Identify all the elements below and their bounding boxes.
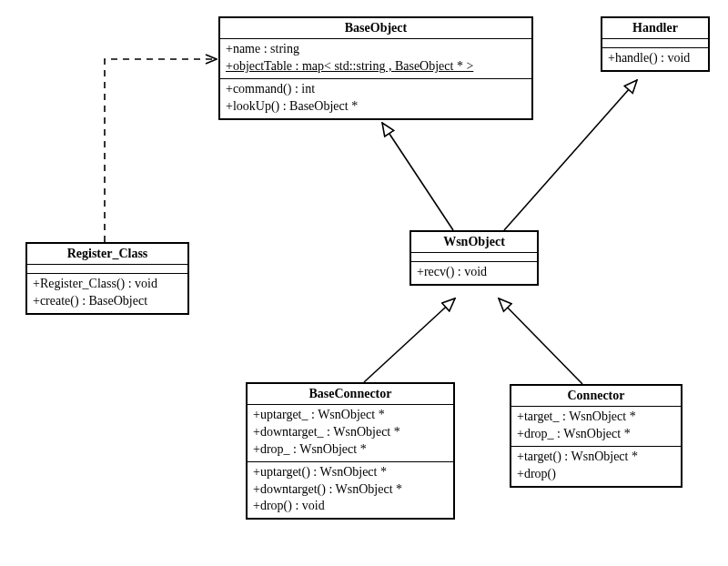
attributes: +uptarget_ : WsnObject * +downtarget_ : … bbox=[248, 404, 453, 461]
attribute: +uptarget_ : WsnObject * bbox=[253, 407, 448, 424]
class-name: BaseConnector bbox=[248, 384, 453, 404]
attribute: +drop_ : WsnObject * bbox=[253, 441, 448, 459]
class-handler: Handler +handle() : void bbox=[601, 16, 710, 72]
operation: +create() : BaseObject bbox=[33, 293, 182, 310]
operation: +downtarget() : WsnObject * bbox=[253, 481, 448, 499]
attributes: +target_ : WsnObject * +drop_ : WsnObjec… bbox=[511, 406, 681, 446]
operations: +command() : int +lookUp() : BaseObject … bbox=[220, 78, 531, 118]
operation: +lookUp() : BaseObject * bbox=[226, 98, 526, 116]
operations: +target() : WsnObject * +drop() bbox=[511, 446, 681, 486]
class-base-connector: BaseConnector +uptarget_ : WsnObject * +… bbox=[246, 382, 455, 520]
attribute: +drop_ : WsnObject * bbox=[517, 426, 675, 443]
attributes bbox=[27, 264, 187, 273]
operations: +recv() : void bbox=[411, 261, 537, 284]
attribute: +downtarget_ : WsnObject * bbox=[253, 424, 448, 441]
class-connector: Connector +target_ : WsnObject * +drop_ … bbox=[510, 384, 682, 488]
svg-line-0 bbox=[382, 123, 453, 230]
operation: +recv() : void bbox=[417, 264, 531, 281]
class-name: BaseObject bbox=[220, 18, 531, 38]
operation: +handle() : void bbox=[608, 50, 703, 67]
class-wsn-object: WsnObject +recv() : void bbox=[410, 230, 539, 286]
operations: +uptarget() : WsnObject * +downtarget() … bbox=[248, 461, 453, 519]
operation: +Register_Class() : void bbox=[33, 276, 182, 293]
attribute: +name : string bbox=[226, 41, 526, 58]
class-base-object: BaseObject +name : string +objectTable :… bbox=[218, 16, 533, 120]
operations: +handle() : void bbox=[602, 47, 708, 70]
class-name: Connector bbox=[511, 386, 681, 406]
operation: +drop() : void bbox=[253, 498, 448, 515]
operation: +uptarget() : WsnObject * bbox=[253, 464, 448, 481]
class-register-class: Register_Class +Register_Class() : void … bbox=[25, 242, 189, 315]
uml-diagram: BaseObject (dashed dependency) --> BaseO… bbox=[0, 0, 728, 566]
class-name: Register_Class bbox=[27, 244, 187, 264]
attribute-static: +objectTable : map< std::string , BaseOb… bbox=[226, 58, 526, 76]
attribute: +target_ : WsnObject * bbox=[517, 409, 675, 426]
attributes: +name : string +objectTable : map< std::… bbox=[220, 38, 531, 78]
operation: +command() : int bbox=[226, 81, 526, 98]
svg-line-2 bbox=[364, 298, 455, 382]
operations: +Register_Class() : void +create() : Bas… bbox=[27, 273, 187, 313]
operation: +target() : WsnObject * bbox=[517, 449, 675, 466]
class-name: Handler bbox=[602, 18, 708, 38]
operation: +drop() bbox=[517, 466, 675, 483]
svg-line-3 bbox=[499, 298, 582, 384]
attributes bbox=[411, 252, 537, 261]
attributes bbox=[602, 38, 708, 47]
class-name: WsnObject bbox=[411, 232, 537, 252]
